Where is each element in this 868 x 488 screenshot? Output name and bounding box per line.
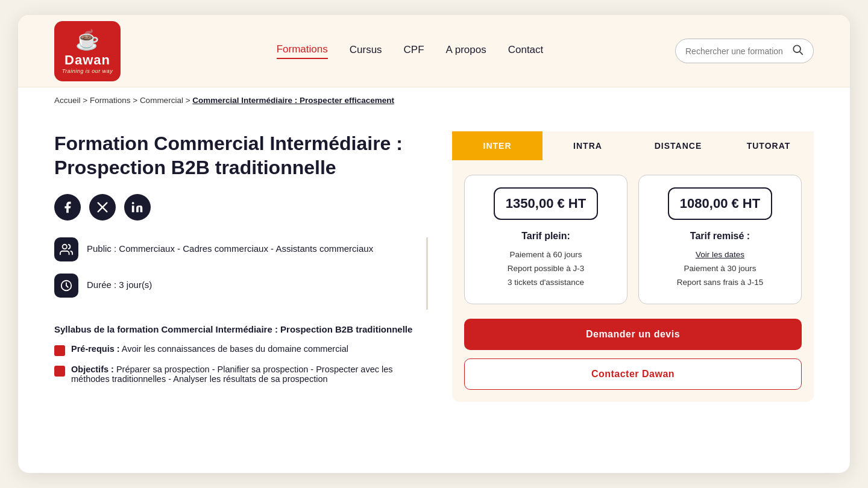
prereq-icon [54,345,65,356]
search-bar [675,39,814,63]
crumb-accueil[interactable]: Accueil [54,96,81,105]
prereq-text: Pré-requis : Avoir les connaissances de … [71,344,348,354]
nav-apropos[interactable]: A propos [446,44,486,58]
social-icons [54,194,428,221]
duree-info: Durée : 3 jour(s) [54,274,410,298]
page-wrapper: ☕ Dawan Training is our way Formations C… [18,15,850,473]
objectifs-item: Objectifs : Préparer sa prospection - Pl… [54,364,428,384]
crumb-sep3: > [186,96,193,105]
svg-point-3 [132,202,134,204]
tarif-remise-detail-1: Paiement à 30 jours [649,264,791,273]
objectifs-label: Objectifs : [71,364,114,374]
tab-distance[interactable]: DISTANCE [633,131,723,160]
header: ☕ Dawan Training is our way Formations C… [18,15,850,87]
price-full-badge: 1350,00 € HT [494,187,598,220]
voir-dates-link[interactable]: Voir les dates [649,250,791,259]
logo-icon: ☕ [75,28,99,51]
logo[interactable]: ☕ Dawan Training is our way [54,21,121,81]
svg-rect-2 [132,205,134,212]
contacter-dawan-button[interactable]: Contacter Dawan [464,358,802,390]
syllabus-title: Syllabus de la formation Commercial Inte… [54,324,428,334]
logo-name: Dawan [64,52,110,68]
crumb-sep2: > [133,96,140,105]
pricing-tabs: INTER INTRA DISTANCE TUTORAT [452,131,814,160]
right-panel: INTER INTRA DISTANCE TUTORAT 1350,00 € H… [452,131,814,402]
search-input[interactable] [685,46,791,56]
main-content: Formation Commercial Intermédiaire : Pro… [18,113,850,420]
tab-tutorat[interactable]: TUTORAT [723,131,814,160]
objectifs-icon [54,366,65,377]
public-text: Public : Commerciaux - Cadres commerciau… [87,237,373,256]
main-nav: Formations Cursus CPF A propos Contact [145,43,675,59]
price-remise-badge: 1080,00 € HT [668,187,772,220]
left-panel: Formation Commercial Intermédiaire : Pro… [54,131,428,402]
twitter-x-icon[interactable] [89,194,116,221]
tarif-remise-label: Tarif remisé : [649,231,791,242]
course-title: Formation Commercial Intermédiaire : Pro… [54,131,428,180]
crumb-formations[interactable]: Formations [90,96,131,105]
linkedin-icon[interactable] [124,194,151,221]
tarif-full-label: Tarif plein: [474,231,617,242]
crumb-sep1: > [83,96,90,105]
public-info: Public : Commerciaux - Cadres commerciau… [54,237,410,261]
tab-inter[interactable]: INTER [452,131,542,160]
objectifs-value: Préparer sa prospection - Planifier sa p… [71,364,393,384]
search-icon[interactable] [791,43,804,58]
tarif-full-detail-3: 3 tickets d'assistance [474,278,617,287]
demander-devis-button[interactable]: Demander un devis [464,319,802,350]
nav-contact[interactable]: Contact [508,44,544,58]
tarif-full-detail-2: Report possible à J-3 [474,264,617,273]
svg-point-4 [63,245,67,249]
crumb-commercial[interactable]: Commercial [140,96,183,105]
tarif-remise-detail-2: Report sans frais à J-15 [649,278,791,287]
prereq-label: Pré-requis : [71,344,120,354]
tab-intra[interactable]: INTRA [542,131,633,160]
divider [426,237,428,310]
nav-cursus[interactable]: Cursus [350,44,382,58]
nav-cpf[interactable]: CPF [404,44,424,58]
pricing-cards: 1350,00 € HT Tarif plein: Paiement à 60 … [464,175,802,304]
syllabus-section: Syllabus de la formation Commercial Inte… [54,324,428,384]
price-card-full: 1350,00 € HT Tarif plein: Paiement à 60 … [464,175,627,304]
public-icon [54,237,78,261]
tarif-full-detail-1: Paiement à 60 jours [474,250,617,259]
facebook-icon[interactable] [54,194,81,221]
logo-tagline: Training is our way [62,68,113,74]
duree-text: Durée : 3 jour(s) [87,274,152,292]
nav-formations[interactable]: Formations [277,43,328,59]
svg-line-1 [800,52,802,54]
breadcrumb: Accueil > Formations > Commercial > Comm… [18,87,850,113]
svg-point-0 [793,45,800,52]
duree-icon [54,274,78,298]
pricing-area: 1350,00 € HT Tarif plein: Paiement à 60 … [452,160,814,402]
price-card-remise: 1080,00 € HT Tarif remisé : Voir les dat… [638,175,802,304]
objectifs-text: Objectifs : Préparer sa prospection - Pl… [71,364,428,384]
prereq-value: Avoir les connaissances de bases du doma… [122,344,348,354]
crumb-current: Commercial Intermédiaire : Prospecter ef… [192,96,394,105]
prereq-item: Pré-requis : Avoir les connaissances de … [54,344,428,356]
